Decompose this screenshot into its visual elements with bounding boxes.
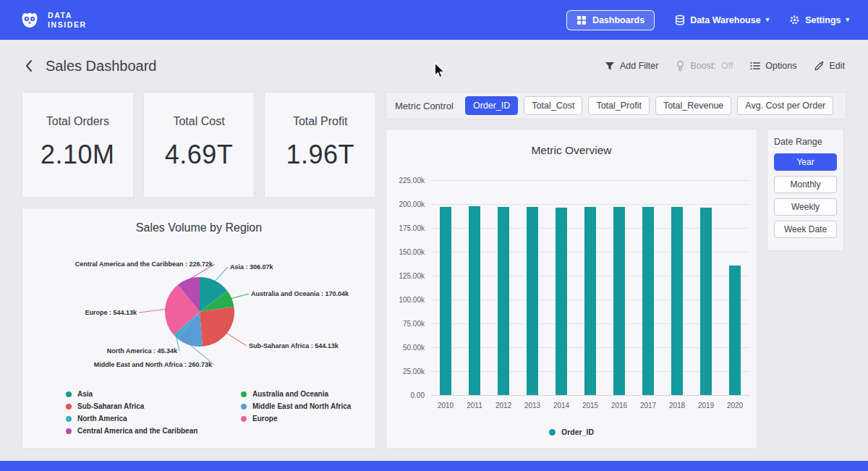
legend-dot [66,428,72,434]
chevron-down-icon: ▾ [766,17,770,23]
pie-slice-label: Middle East and North Africa : 260.73k [94,361,213,368]
legend-label: Europe [252,415,277,423]
gridline [431,180,749,181]
bar-2011[interactable] [469,206,480,395]
bar-2014[interactable] [556,208,567,395]
kpi-card-total-orders: Total Orders 2.10M [22,92,134,198]
edit-pencil-icon [814,61,824,71]
metric-control-label: Metric Control [395,101,454,111]
y-axis-tick: 50.00k [403,344,425,352]
bar-2016[interactable] [613,207,625,395]
date-range-panel: Date Range YearMonthlyWeeklyWeek Date [767,129,844,251]
kpi-value: 1.96T [286,140,354,170]
brand-line2: INSIDER [48,20,87,30]
bar-2019[interactable] [700,208,712,395]
legend-item-asia[interactable]: Asia [66,389,222,399]
bar-chart-plot: 225.00k200.00k175.00k150.00k125.00k100.0… [431,180,749,395]
y-axis-tick: 150.00k [399,248,425,256]
kpi-row: Total Orders 2.10M Total Cost 4.69T Tota… [22,92,376,198]
metric-button-total-profit[interactable]: Total_Profit [588,96,650,115]
y-axis-tick: 225.00k [399,177,425,184]
brand-logo[interactable]: DATA INSIDER [19,10,87,30]
y-axis-tick: 25.00k [403,368,425,375]
pie-chart: Asia : 306.07kAustralia and Oceania : 17… [22,237,377,386]
legend-item-middle-east-and-north-africa[interactable]: Middle East and North Africa [241,401,375,412]
legend-dot [241,404,247,410]
date-range-monthly[interactable]: Monthly [774,176,837,193]
bar-2012[interactable] [498,207,509,395]
header-actions: Add Filter Boost: Off Options [605,61,845,72]
bar-2015[interactable] [584,207,596,395]
nav-dashboards-label: Dashboards [592,15,644,25]
legend-item-sub-saharan-africa[interactable]: Sub-Saharan Africa [66,401,222,412]
bar-2020[interactable] [729,266,741,395]
kpi-card-total-cost: Total Cost 4.69T [143,92,255,198]
sales-volume-card: Sales Volume by Region Asia : 306.07kAus… [22,208,376,449]
pie-legend: AsiaSub-Saharan AfricaNorth AmericaCentr… [66,389,375,436]
options-list-icon [750,61,760,70]
pie-callout-line [231,294,249,299]
nav-dashboards[interactable]: Dashboards [566,10,655,30]
nav-data-warehouse[interactable]: Data Warehouse ▾ [675,14,769,26]
legend-label: Order_ID [561,428,594,436]
add-filter-label: Add Filter [620,61,659,71]
bar-2018[interactable] [671,207,683,395]
y-axis-tick: 75.00k [403,320,425,328]
x-axis-tick: 2020 [727,402,743,410]
metric-button-order-id[interactable]: Order_ID [465,96,518,115]
date-range-weekly[interactable]: Weekly [774,198,837,216]
date-range-week-date[interactable]: Week Date [774,221,837,238]
dashboard-grid-icon [576,15,587,25]
add-filter-button[interactable]: Add Filter [605,61,659,71]
x-axis-tick: 2015 [582,402,598,410]
kpi-value: 2.10M [41,140,115,170]
legend-item-europe[interactable]: Europe [241,413,375,424]
legend-item-central-america-and-the-caribbean[interactable]: Central America and the Caribbean [66,425,222,436]
gear-icon [789,14,800,25]
legend-label: Middle East and North Africa [252,402,351,410]
legend-dot [241,391,247,397]
x-axis-tick: 2017 [640,402,656,410]
bar-2017[interactable] [642,207,654,395]
metric-button-total-cost[interactable]: Total_Cost [524,96,582,115]
page-title: Sales Dashboard [46,58,156,75]
footer-bar [0,461,868,471]
boost-toggle[interactable]: Boost: Off [676,61,733,72]
metric-buttons: Order_IDTotal_CostTotal_ProfitTotal_Reve… [465,96,833,115]
x-axis-tick: 2011 [467,402,482,410]
chevron-down-icon: ▾ [846,17,849,23]
pie-slice-sub-saharan-africa[interactable] [200,307,234,347]
pie-chart-title: Sales Volume by Region [22,221,375,234]
bar-2013[interactable] [527,207,538,395]
x-axis-tick: 2013 [524,402,540,410]
nav-data-warehouse-label: Data Warehouse [690,15,760,25]
back-button[interactable] [23,58,34,74]
chevron-left-icon [25,59,33,72]
bar-chart-legend[interactable]: Order_ID [386,428,757,436]
x-axis-tick: 2014 [553,402,569,410]
kpi-value: 4.69T [165,140,234,170]
legend-item-australia-and-oceania[interactable]: Australia and Oceania [241,389,375,399]
bar-2010[interactable] [440,207,451,395]
gridline [431,204,749,205]
legend-item-north-america[interactable]: North America [66,413,222,424]
legend-label: Central America and the Caribbean [77,427,197,435]
legend-dot [66,391,72,397]
date-range-year[interactable]: Year [774,153,837,171]
options-button[interactable]: Options [750,61,796,71]
edit-button[interactable]: Edit [814,61,845,71]
pie-callout-line [215,267,228,281]
kpi-label: Total Cost [173,115,224,128]
x-axis-tick: 2010 [438,402,454,410]
metric-button-avg-cost-per-order[interactable]: Avg. Cost per Order [737,96,833,115]
pie-slice-label: Central America and the Caribbean : 226.… [75,260,213,268]
pie-slice-label: Asia : 306.07k [230,263,274,271]
top-navbar: DATA INSIDER Dashboards D [0,0,868,40]
nav-settings[interactable]: Settings ▾ [789,14,849,25]
pie-callout-line [226,333,247,346]
x-axis-tick: 2018 [669,402,685,410]
y-axis-tick: 175.00k [399,224,425,232]
filter-funnel-icon [605,61,615,71]
metric-button-total-revenue[interactable]: Total_Revenue [655,96,731,115]
kpi-label: Total Profit [293,115,348,128]
